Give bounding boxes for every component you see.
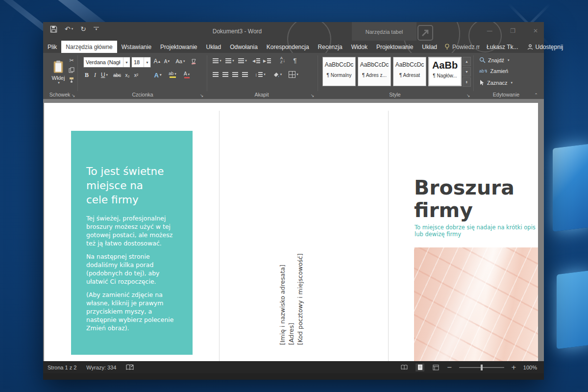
print-layout-icon[interactable] <box>416 364 424 371</box>
brochure-paragraph: Na następnej stronie dodaliśmy kilka por… <box>86 252 181 286</box>
font-color-icon[interactable]: A▾ <box>181 70 192 79</box>
font-name-combo[interactable]: Verdana (Nagł ▼ <box>83 57 130 68</box>
shrink-font-icon[interactable]: A▼ <box>163 57 172 66</box>
align-center-icon[interactable] <box>221 71 229 78</box>
tab-table-projektowanie[interactable]: Projektowanie <box>372 41 417 53</box>
subscript-icon[interactable]: x₂ <box>123 71 131 79</box>
style-naglowek-selected[interactable]: AaBb ¶ Nagłów... <box>428 57 462 86</box>
page-indicator[interactable]: Strona 1 z 2 <box>48 365 76 370</box>
context-tab-group-label: Narzędzia tabel <box>352 22 416 41</box>
highlight-color-icon[interactable]: ab▾ <box>167 70 178 79</box>
lightbulb-icon <box>444 44 450 50</box>
tab-projektowanie[interactable]: Projektowanie <box>156 41 201 53</box>
numbering-icon[interactable]: ▾ <box>224 57 235 65</box>
find-button[interactable]: Znajdź▾ <box>479 57 510 63</box>
select-button[interactable]: Zaznacz▾ <box>479 79 513 86</box>
align-right-icon[interactable] <box>231 71 239 78</box>
maximize-button[interactable]: ❐ <box>510 26 515 35</box>
status-right: − + 100% <box>400 364 537 371</box>
close-button[interactable]: ✕ <box>533 26 538 35</box>
tab-plik[interactable]: Plik <box>43 41 61 53</box>
group-separator <box>473 55 474 91</box>
clipboard-dialog-launcher[interactable]: ↘ <box>72 93 75 98</box>
superscript-icon[interactable]: x² <box>132 71 140 79</box>
styles-dialog-launcher[interactable]: ↘ <box>466 93 470 98</box>
web-layout-icon[interactable] <box>431 364 440 371</box>
group-label-font: Czcionka <box>79 92 206 98</box>
tab-recenzja[interactable]: Recenzja <box>314 41 347 53</box>
brochure-accent-panel[interactable]: To jest świetne miejsce na cele firmy Te… <box>71 131 193 355</box>
underline-icon[interactable]: U▾ <box>99 71 110 79</box>
zoom-slider[interactable] <box>459 367 504 368</box>
tab-korespondencja[interactable]: Korespondencja <box>262 41 314 53</box>
paragraph-dialog-launcher[interactable]: ↘ <box>311 93 315 98</box>
heading-line: miejsce na <box>86 178 181 193</box>
format-painter-icon[interactable] <box>68 76 75 83</box>
tab-widok[interactable]: Widok <box>347 41 372 53</box>
bullets-icon[interactable]: ▾ <box>212 57 222 65</box>
brochure-title[interactable]: Broszura firmy <box>414 176 514 221</box>
paste-button[interactable]: Wklej ▾ <box>48 56 69 89</box>
tab-uklad[interactable]: Układ <box>201 41 225 53</box>
collapse-ribbon-icon[interactable]: ⌃ <box>532 92 540 98</box>
brochure-cover-image[interactable] <box>414 247 538 361</box>
copy-icon[interactable] <box>68 67 75 74</box>
multilevel-list-icon[interactable]: ▾ <box>237 57 248 65</box>
tab-narzedzia-glowne[interactable]: Narzędzia główne <box>61 41 117 53</box>
strikethrough-icon[interactable]: abc <box>112 71 122 79</box>
share-button[interactable]: Udostępnij <box>522 41 568 53</box>
tab-odwolania[interactable]: Odwołania <box>225 41 262 53</box>
font-size-combo[interactable]: 18 ▼ <box>131 57 151 68</box>
style-name: ¶ Adresat <box>399 73 420 78</box>
font-name-value: Verdana (Nagł <box>84 59 123 65</box>
tab-table-uklad[interactable]: Układ <box>417 41 441 53</box>
clear-formatting-icon[interactable] <box>189 57 198 66</box>
word-count[interactable]: Wyrazy: 334 <box>86 365 116 370</box>
styles-scroll-down[interactable]: ▼ <box>463 67 471 76</box>
shading-icon[interactable]: ▾ <box>271 71 283 78</box>
text-effects-icon[interactable]: A▾ <box>152 71 164 79</box>
account-name[interactable]: Łukasz Tk... <box>483 41 522 53</box>
line-spacing-icon[interactable]: ↕▾ <box>254 71 267 78</box>
zoom-out-button[interactable]: − <box>447 364 452 371</box>
minimize-button[interactable]: — <box>487 26 492 35</box>
styles-gallery-more[interactable]: ⇟ <box>463 77 471 87</box>
ribbon: Wklej ▾ ✂ Schowek ↘ Verdana (Nagł ▼ 18 ▼ <box>43 53 544 99</box>
cut-icon[interactable]: ✂ <box>68 57 75 64</box>
titlebar[interactable]: ↶▾ ↻ ▾ Dokument3 - Word Narzędzia tabel … <box>43 22 544 41</box>
heading-line: To jest świetne <box>86 164 181 178</box>
font-dialog-launcher[interactable]: ↘ <box>200 93 204 98</box>
style-normalny[interactable]: AaBbCcDc ¶ Normalny <box>322 57 356 86</box>
tell-me-box[interactable]: Powiedz mi <box>441 41 483 53</box>
change-case-icon[interactable]: Aa▾ <box>174 57 186 66</box>
brochure-subtitle[interactable]: To miejsce dobrze się nadaje na krótki o… <box>415 224 538 238</box>
zoom-in-button[interactable]: + <box>511 364 516 371</box>
zoom-slider-thumb[interactable] <box>481 365 483 370</box>
brochure-paragraph: Tej świeżej, profesjonalnej broszury moż… <box>86 214 181 247</box>
document-canvas[interactable]: To jest świetne miejsce na cele firmy Te… <box>43 99 544 361</box>
italic-icon[interactable]: I <box>92 71 98 79</box>
increase-indent-icon[interactable]: ▶ <box>263 57 271 65</box>
sort-icon[interactable]: AZ↓ <box>277 56 288 65</box>
style-adresat[interactable]: AaBbCcDc ¶ Adresat <box>393 57 426 86</box>
read-mode-icon[interactable] <box>400 364 409 371</box>
styles-scroll-up[interactable]: ▲ <box>463 57 471 66</box>
zoom-level[interactable]: 100% <box>523 365 537 370</box>
borders-icon[interactable]: ▾ <box>287 71 300 78</box>
address-line: [Kod pocztowy i miejscowość] <box>296 247 305 345</box>
pilcrow-icon[interactable]: ¶ <box>291 56 299 65</box>
decrease-indent-icon[interactable]: ◀ <box>252 57 261 65</box>
justify-icon[interactable] <box>241 71 249 78</box>
proofing-icon[interactable] <box>126 364 134 370</box>
tab-wstawianie[interactable]: Wstawianie <box>117 41 156 53</box>
align-left-icon[interactable] <box>212 71 220 78</box>
brochure-page[interactable]: To jest świetne miejsce na cele firmy Te… <box>44 103 538 361</box>
style-adres-zwrotny[interactable]: AaBbCcDc ¶ Adres z... <box>358 57 391 86</box>
address-block[interactable]: [Imię i nazwisko adresata] [Adres] [Kod … <box>278 247 305 345</box>
paste-dropdown-caret: ▾ <box>58 81 60 85</box>
replace-button[interactable]: ab↯ Zamień <box>479 68 508 74</box>
style-name: ¶ Normalny <box>327 73 352 78</box>
search-icon <box>479 57 486 63</box>
bold-icon[interactable]: B <box>83 71 90 79</box>
grow-font-icon[interactable]: A▲ <box>153 57 162 66</box>
